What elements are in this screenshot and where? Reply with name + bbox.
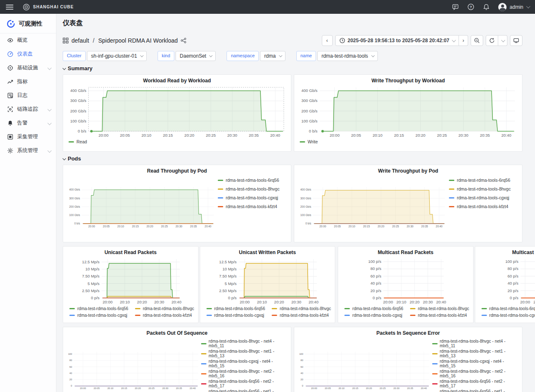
sidebar-item-metrics[interactable]: 指标 (0, 75, 56, 89)
tv-mode-button[interactable] (510, 35, 522, 46)
legend-color-marker (432, 363, 438, 364)
svg-text:60: 60 (301, 366, 303, 368)
sidebar-item-system[interactable]: 系统管理 (0, 144, 56, 158)
filter-value-dropdown[interactable]: rdma-test-rdma-tools (317, 51, 377, 61)
legend-item[interactable]: rdma-test-rdma-tools-8hvgc - net2 - mlx5… (201, 369, 287, 378)
zoom-out-button[interactable] (471, 35, 483, 46)
notification-bell-icon[interactable] (483, 3, 490, 10)
svg-text:0 p/s: 0 p/s (91, 295, 99, 300)
legend-color-marker (344, 308, 350, 309)
section-summary[interactable]: Summary (63, 65, 522, 71)
filter-value-dropdown[interactable]: sh-inf-gpu-cluster-01 (87, 51, 147, 61)
legend-item[interactable]: rdma-test-rdma-tools-cgxqj - net4 - mlx5… (201, 359, 287, 368)
legend-item[interactable]: rdma-test-rdma-tools-6rq56 (218, 178, 287, 183)
legend-item[interactable]: rdma-test-rdma-tools-8hvgc (135, 306, 194, 311)
legend-color-marker (218, 206, 223, 207)
panel-title[interactable]: Write Throughput by Workload (298, 78, 518, 84)
legend-item[interactable]: rdma-test-rdma-tools-cgxqj (218, 195, 287, 200)
legend-item[interactable]: rdma-test-rdma-tools-8hvgc (272, 306, 331, 311)
legend-item[interactable]: rdma-test-rdma-tools-kfzt4 (218, 204, 287, 209)
panel-title[interactable]: Unicast Read Packets (67, 249, 194, 255)
legend-item[interactable]: rdma-test-rdma-tools-kfzt4 (135, 313, 194, 318)
refresh-button[interactable] (486, 35, 498, 46)
breadcrumb-folder[interactable]: default (71, 37, 89, 44)
legend-item[interactable]: rdma-test-rdma-tools-cgxqj (482, 313, 535, 318)
panel-title[interactable]: Packets In Sequence Error (298, 330, 518, 336)
breadcrumb-dashboard-name[interactable]: Spiderpool RDMA AI Workload (98, 37, 178, 44)
legend-item[interactable]: rdma-test-rdma-tools-6rq56 - net1 - mlx5… (201, 389, 287, 392)
panel-title[interactable]: Read Throughput by Pod (67, 168, 287, 174)
legend-item[interactable]: rdma-test-rdma-tools-6rq56 - net2 - mlx5… (201, 379, 287, 388)
sidebar-item-infrastructure[interactable]: 基础设施 (0, 61, 56, 75)
filter-value-dropdown[interactable]: rdma (260, 51, 285, 61)
legend-item[interactable]: rdma-test-rdma-tools-8hvgc (218, 186, 287, 191)
message-icon[interactable] (452, 3, 459, 10)
panel-title[interactable]: Unicast Written Packets (204, 249, 331, 255)
legend-item[interactable]: rdma-test-rdma-tools-cgxqj (206, 313, 265, 318)
legend-item[interactable]: rdma-test-rdma-tools-8hvgc - net4 - mlx5… (432, 339, 518, 348)
legend-item[interactable]: rdma-test-rdma-tools-8hvgc (449, 186, 518, 191)
trace-icon (7, 106, 13, 112)
sidebar-item-logs[interactable]: 日志 (0, 89, 56, 102)
sidebar-item-tracing[interactable]: 链路追踪 (0, 102, 56, 116)
svg-text:20:10: 20:10 (141, 133, 151, 137)
time-forward-button[interactable]: › (459, 35, 468, 46)
panel-title[interactable]: Write Throughput by Pod (298, 168, 518, 174)
zoom-out-icon (474, 38, 480, 43)
legend-item[interactable]: rdma-test-rdma-tools-6rq56 (482, 306, 535, 311)
legend-item[interactable]: rdma-test-rdma-tools-8hvgc - net1 - mlx5… (432, 349, 518, 358)
chart-canvas: 20:0020:0520:1020:1520:2020:2520:3020:35… (298, 175, 447, 239)
chevron-down-icon (279, 53, 282, 57)
filter-value-dropdown[interactable]: DaemonSet (176, 51, 216, 61)
panel-multicast-read: Multicast Read Packets 20:0020:1020:2020… (338, 246, 474, 323)
time-range-picker[interactable]: 2025-05-28 19:56:13 to 2025-05-28 20:42:… (335, 35, 459, 46)
refresh-interval-button[interactable] (498, 35, 507, 46)
legend-item[interactable]: rdma-test-rdma-tools-cgxqj (344, 313, 403, 318)
legend-item[interactable]: rdma-test-rdma-tools-kfzt4 (410, 313, 469, 318)
legend-item[interactable]: rdma-test-rdma-tools-6rq56 (344, 306, 403, 311)
legend-color-marker (432, 353, 438, 354)
legend-label: rdma-test-rdma-tools-cgxqj (226, 195, 278, 200)
svg-text:20:00: 20:00 (80, 387, 86, 389)
legend-item[interactable]: rdma-test-rdma-tools-kfzt4 (272, 313, 331, 318)
legend-item[interactable]: Read (69, 139, 87, 144)
sidebar: 可观测性 概览 仪表盘 基础设施 指标 (0, 14, 56, 392)
legend-item[interactable]: rdma-test-rdma-tools-6rq56 - net2 - mlx5… (432, 379, 518, 388)
svg-text:20:10: 20:10 (349, 225, 355, 228)
legend-item[interactable]: rdma-test-rdma-tools-8hvgc (410, 306, 469, 311)
legend-item[interactable]: rdma-test-rdma-tools-cgxqj (449, 195, 518, 200)
legend-item[interactable]: rdma-test-rdma-tools-kfzt4 (449, 204, 518, 209)
legend-item[interactable]: rdma-test-rdma-tools-6rq56 (449, 178, 518, 183)
legend-item[interactable]: rdma-test-rdma-tools-6rq56 - net1 - mlx5… (432, 389, 518, 392)
user-menu[interactable]: admin (498, 3, 529, 11)
legend-item[interactable]: rdma-test-rdma-tools-cgxqj - net4 - mlx5… (432, 359, 518, 368)
time-back-button[interactable]: ‹ (322, 35, 333, 46)
legend-item[interactable]: rdma-test-rdma-tools-6rq56 (206, 306, 265, 311)
share-icon[interactable] (181, 38, 186, 43)
legend-item[interactable]: rdma-test-rdma-tools-cgxqj (69, 313, 128, 318)
sidebar-item-alerts[interactable]: 告警 (0, 116, 56, 130)
legend-label: Write (308, 139, 318, 144)
panel-title[interactable]: Workload Read by Workload (67, 78, 287, 84)
section-pods[interactable]: Pods (63, 155, 522, 162)
legend-item[interactable]: rdma-test-rdma-tools-8hvgc - net2 - mlx5… (432, 369, 518, 378)
chevron-down-icon (48, 121, 52, 125)
sidebar-item-dashboard[interactable]: 仪表盘 (0, 47, 56, 61)
panel-title[interactable]: Multicast Read Packets (342, 249, 469, 255)
legend-item[interactable]: rdma-test-rdma-tools-6rq56 (69, 306, 128, 311)
sidebar-item-collection[interactable]: 采集管理 (0, 130, 56, 144)
menu-toggle-icon[interactable] (6, 5, 13, 10)
panel-title[interactable]: Packets Out Of Sequence (67, 330, 287, 336)
panel-title[interactable]: Multicast Written Packets (479, 249, 535, 255)
help-icon[interactable]: ? (467, 3, 474, 10)
chart-legend: rdma-test-rdma-tools-6rq56rdma-test-rdma… (206, 306, 331, 318)
breadcrumb-separator: / (93, 37, 94, 44)
svg-text:20:25: 20:25 (161, 225, 168, 228)
legend-item[interactable]: Write (300, 139, 318, 144)
legend-item[interactable]: rdma-test-rdma-tools-8hvgc - net1 - mlx5… (201, 349, 287, 358)
product-name: 可观测性 (19, 20, 42, 28)
sidebar-item-overview[interactable]: 概览 (0, 33, 56, 47)
panel-packets-out-of-sequence: Packets Out Of Sequence 20:0020:0520:102… (63, 327, 291, 392)
legend-item[interactable]: rdma-test-rdma-tools-8hvgc - net4 - mlx5… (201, 339, 287, 348)
svg-text:400 Gb/s: 400 Gb/s (301, 188, 311, 191)
